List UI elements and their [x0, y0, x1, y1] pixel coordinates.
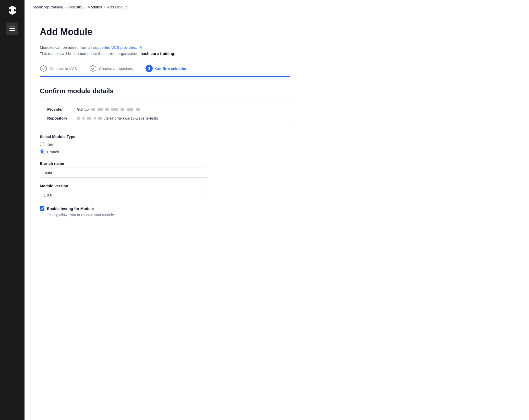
radio-branch-option[interactable]: Branch — [40, 149, 290, 154]
repository-row: Repository /terraform-aws-s3-website-tes… — [47, 114, 283, 122]
enable-testing-section: Enable testing for Module Testing allows… — [40, 206, 290, 217]
step-3-badge: 3 — [146, 65, 153, 72]
main-area: hashicorp-training / Registry / Modules … — [25, 0, 529, 420]
github-provider-name: GitHub — [77, 107, 89, 111]
vcs-providers-link[interactable]: supported VCS providers. — [93, 45, 142, 50]
breadcrumb-org[interactable]: hashicorp-training — [33, 5, 63, 9]
menu-icon-bar — [9, 28, 15, 29]
page-title: Add Module — [40, 27, 290, 37]
module-type-radio-group: Tag Branch — [40, 142, 290, 154]
radio-tag-label: Tag — [47, 142, 53, 146]
breadcrumb-sep-3: / — [104, 5, 105, 9]
sidebar — [0, 0, 25, 420]
enable-testing-row: Enable testing for Module — [40, 206, 290, 211]
menu-icon-bar — [9, 27, 15, 27]
step-connect-vcs: Connect to VCS — [40, 65, 77, 76]
steps-nav: Connect to VCS Choose a repository 3 Con… — [40, 65, 290, 77]
breadcrumb-registry[interactable]: Registry — [68, 5, 82, 9]
breadcrumb-sep-2: / — [84, 5, 85, 9]
confirm-section-title: Confirm module details — [40, 87, 290, 95]
page-description: Modules can be added from all supported … — [40, 44, 290, 57]
step-3-label: Confirm selection — [155, 66, 188, 71]
breadcrumb-sep-1: / — [65, 5, 66, 9]
repo-redacted-1 — [77, 117, 80, 120]
redacted-2 — [98, 108, 103, 111]
provider-value: GitHub — [77, 107, 140, 111]
branch-name-input[interactable] — [40, 168, 208, 178]
breadcrumb-current: Add Module — [107, 5, 127, 9]
repository-label: Repository — [47, 116, 73, 120]
module-version-field: Module Version — [40, 184, 290, 200]
module-version-label: Module Version — [40, 184, 290, 188]
hashicorp-logo — [6, 4, 18, 16]
repo-redacted-3 — [87, 117, 91, 120]
branch-name-label: Branch name — [40, 161, 290, 166]
provider-label: Provider — [47, 107, 73, 111]
repository-value: /terraform-aws-s3-website-tests — [77, 116, 158, 120]
step-1-check-icon — [40, 65, 47, 72]
step-2-check-icon — [89, 65, 97, 72]
redacted-4 — [111, 108, 118, 111]
repo-redacted-4 — [94, 117, 96, 120]
radio-branch-input[interactable] — [40, 149, 44, 154]
branch-name-field: Branch name — [40, 161, 290, 178]
breadcrumb-modules[interactable]: Modules — [88, 5, 102, 9]
menu-button[interactable] — [6, 22, 18, 35]
enable-testing-checkbox[interactable] — [40, 206, 44, 211]
module-type-label: Select Module Type — [40, 134, 290, 139]
enable-testing-label[interactable]: Enable testing for Module — [47, 206, 94, 211]
repo-redacted-2 — [82, 117, 85, 120]
menu-icon-bar — [9, 30, 15, 31]
module-version-input[interactable] — [40, 190, 208, 200]
repo-redacted-5 — [98, 117, 102, 120]
breadcrumb: hashicorp-training / Registry / Modules … — [25, 0, 529, 14]
provider-row: Provider GitHub — [47, 106, 283, 113]
step-choose-repo: Choose a repository — [89, 65, 133, 76]
step-2-label: Choose a repository — [99, 66, 133, 71]
radio-branch-label: Branch — [47, 150, 59, 154]
step-confirm-selection: 3 Confirm selection — [146, 65, 188, 76]
radio-tag-input[interactable] — [40, 142, 44, 146]
radio-tag-option[interactable]: Tag — [40, 142, 290, 146]
page-content: Add Module Modules can be added from all… — [25, 14, 305, 420]
redacted-3 — [105, 108, 109, 111]
desc-org: hashicorp-training — [140, 51, 174, 56]
repository-suffix: /terraform-aws-s3-website-tests — [104, 116, 158, 120]
redacted-6 — [127, 108, 133, 111]
desc-org-pre: This module will be created under the cu… — [40, 51, 140, 56]
step-1-label: Connect to VCS — [50, 66, 77, 71]
svg-marker-0 — [40, 65, 46, 72]
svg-marker-1 — [90, 65, 96, 72]
desc-pre: Modules can be added from all — [40, 45, 93, 50]
module-details-box: Provider GitHub Repository — [40, 100, 290, 127]
redacted-5 — [121, 108, 124, 111]
redacted-7 — [136, 108, 140, 111]
enable-testing-description: Testing allows you to validate your modu… — [47, 213, 290, 217]
redacted-1 — [91, 108, 95, 111]
